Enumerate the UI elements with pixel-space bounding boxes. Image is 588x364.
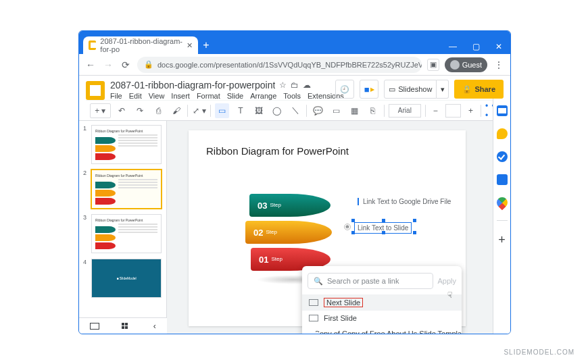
zoom-icon[interactable]: ⤢ ▾ xyxy=(192,103,206,118)
move-icon[interactable]: 🗀 xyxy=(291,80,299,90)
thumb-4[interactable]: 4 ■ SlideModel xyxy=(83,259,162,298)
nav-back-icon[interactable]: ← xyxy=(84,59,97,70)
comment-icon[interactable]: 💬 xyxy=(311,103,325,118)
extensions-icon[interactable]: ▣ xyxy=(427,59,439,71)
redo-icon[interactable]: ↷ xyxy=(133,103,147,118)
contacts-icon[interactable] xyxy=(497,174,508,185)
selection-handle[interactable] xyxy=(351,219,355,222)
history-button[interactable]: 🕘 xyxy=(335,80,354,99)
window-minimize-icon[interactable]: — xyxy=(441,42,464,54)
menu-format[interactable]: Format xyxy=(197,92,220,100)
profile-chip[interactable]: Guest xyxy=(445,57,487,72)
select-tool-icon[interactable]: ▭ xyxy=(215,103,229,118)
share-lock-icon: 🔒 xyxy=(462,85,472,94)
link-item-next-slide[interactable]: Next Slide ☟ xyxy=(302,294,462,311)
undo-icon[interactable]: ↶ xyxy=(115,103,129,118)
cloud-status-icon[interactable]: ☁ xyxy=(303,80,311,90)
window-controls: — ▢ ✕ xyxy=(441,42,510,54)
slide-title[interactable]: Ribbon Diagram for PowerPoint xyxy=(206,145,448,157)
menu-slide[interactable]: Slide xyxy=(227,92,243,100)
layout-icon[interactable]: ▦ xyxy=(347,103,362,118)
toolbar-divider xyxy=(210,105,211,117)
text-link-drive[interactable]: Link Text to Google Drive File xyxy=(358,198,451,205)
apply-button[interactable]: Apply xyxy=(437,277,456,285)
view-toggle-bar: ‹ xyxy=(79,317,167,334)
browser-tab[interactable]: 2087-01-ribbon-diagram-for-po ✕ xyxy=(83,36,198,54)
menu-tools[interactable]: Tools xyxy=(283,92,301,100)
star-icon[interactable]: ☆ xyxy=(279,80,287,90)
toolbar-divider xyxy=(384,105,385,117)
paint-format-icon[interactable]: 🖌 xyxy=(170,103,184,118)
filmstrip[interactable]: 1 Ribbon Diagram for PowerPoint 2 Ribbon… xyxy=(79,121,167,334)
link-item-drive-file[interactable]: Copy of Copy of Free About Us Slide Temp… xyxy=(302,326,462,334)
link-item-label: Next Slide xyxy=(324,298,363,307)
background-icon[interactable]: ▭ xyxy=(329,103,343,118)
menu-view[interactable]: View xyxy=(149,92,165,100)
collapse-icon[interactable]: ‹ xyxy=(153,321,156,331)
selection-handle[interactable] xyxy=(382,219,385,222)
link-item-first-slide[interactable]: First Slide xyxy=(302,311,462,326)
keep-icon[interactable] xyxy=(497,128,508,139)
slideshow-icon: ▭ xyxy=(389,85,395,94)
window-maximize-icon[interactable]: ▢ xyxy=(464,42,487,54)
url-text: docs.google.com/presentation/d/1SsVVQdUq… xyxy=(157,61,422,69)
lock-icon: 🔒 xyxy=(144,60,153,69)
slideshow-button[interactable]: ▭ Slideshow xyxy=(384,80,437,99)
new-tab-button[interactable]: + xyxy=(198,39,214,54)
calendar-icon[interactable] xyxy=(497,105,508,116)
selection-handle[interactable] xyxy=(413,219,416,222)
menu-insert[interactable]: Insert xyxy=(171,92,190,100)
address-bar: ← → ⟳ 🔒 docs.google.com/presentation/d/1… xyxy=(79,54,510,76)
selection-handle[interactable] xyxy=(413,231,416,234)
print-icon[interactable]: ⎙ xyxy=(151,103,166,118)
fontsize-input[interactable] xyxy=(445,104,461,118)
link-search-input[interactable]: 🔍 Search or paste a link xyxy=(308,273,433,289)
nav-reload-icon[interactable]: ⟳ xyxy=(120,59,132,70)
menu-edit[interactable]: Edit xyxy=(129,92,142,100)
line-tool-icon[interactable]: ＼ xyxy=(288,103,302,118)
nav-forward-icon[interactable]: → xyxy=(102,59,114,70)
slides-logo-icon[interactable] xyxy=(86,81,105,100)
thumb-3[interactable]: 3 Ribbon Diagram for PowerPoint xyxy=(83,214,162,253)
image-tool-icon[interactable]: 🖼 xyxy=(251,103,266,118)
meet-icon: ■ xyxy=(364,84,370,95)
thumb-2[interactable]: 2 Ribbon Diagram for PowerPoint xyxy=(83,170,162,209)
url-input[interactable]: 🔒 docs.google.com/presentation/d/1SsVVQd… xyxy=(137,57,422,73)
selection-handle[interactable] xyxy=(382,231,385,234)
toolbar-divider xyxy=(425,105,426,117)
window-close-icon[interactable]: ✕ xyxy=(487,42,510,54)
menu-bar: File Edit View Insert Format Slide Arran… xyxy=(110,92,330,100)
toolbar: + ▾ ↶ ↷ ⎙ 🖌 ⤢ ▾ ▭ T 🖼 ◯ ＼ 💬 ▭ ▦ ⎘ Arial … xyxy=(86,100,504,120)
slide-icon xyxy=(309,299,318,306)
profile-label: Guest xyxy=(462,61,482,69)
fontsize-decrease[interactable]: − xyxy=(430,103,441,118)
insert-link-popup: 🔍 Search or paste a link Apply Next Slid… xyxy=(302,266,462,334)
maps-icon[interactable] xyxy=(494,195,510,211)
tab-title: 2087-01-ribbon-diagram-for-po xyxy=(100,37,182,53)
slideshow-dropdown[interactable]: ▾ xyxy=(437,80,449,99)
tasks-icon[interactable] xyxy=(497,151,508,162)
slideshow-button-group: ▭ Slideshow ▾ xyxy=(384,80,449,99)
addons-plus-icon[interactable]: + xyxy=(498,233,506,247)
grid-view-icon[interactable] xyxy=(122,323,131,330)
browser-menu-icon[interactable]: ⋮ xyxy=(493,59,505,70)
menu-file[interactable]: File xyxy=(110,92,122,100)
textbox-tool-icon[interactable]: T xyxy=(233,103,247,118)
browser-window: 2087-01-ribbon-diagram-for-po ✕ + — ▢ ✕ … xyxy=(78,30,511,334)
ribbon-step-2[interactable]: 02Step xyxy=(245,221,332,244)
shape-tool-icon[interactable]: ◯ xyxy=(270,103,284,118)
filmstrip-view-icon[interactable] xyxy=(90,323,99,330)
rotate-handle-icon[interactable]: ⊕ xyxy=(344,224,351,230)
fontsize-increase[interactable]: + xyxy=(465,103,476,118)
share-button[interactable]: 🔒 Share xyxy=(454,80,504,99)
ribbon-step-3[interactable]: 03Step xyxy=(249,194,330,217)
transition-icon[interactable]: ⎘ xyxy=(366,103,380,118)
meet-button[interactable]: ■▶ xyxy=(360,80,378,99)
menu-arrange[interactable]: Arrange xyxy=(250,92,276,100)
new-slide-button[interactable]: + ▾ xyxy=(90,103,111,118)
font-selector[interactable]: Arial xyxy=(389,104,421,118)
doc-title[interactable]: 2087-01-ribbon-diagram-for-powerpoint xyxy=(110,80,275,90)
thumb-1[interactable]: 1 Ribbon Diagram for PowerPoint xyxy=(83,125,162,164)
selection-handle[interactable] xyxy=(351,231,355,234)
close-tab-icon[interactable]: ✕ xyxy=(187,41,193,50)
